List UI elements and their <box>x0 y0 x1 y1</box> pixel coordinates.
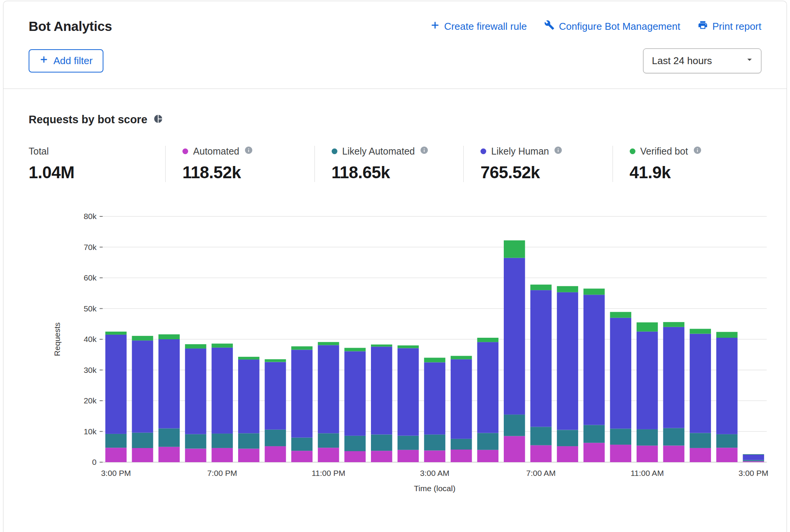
bar-segment-likely-human[interactable] <box>185 348 206 434</box>
info-icon[interactable] <box>554 146 563 157</box>
bar-segment-verified-bot[interactable] <box>716 332 738 338</box>
bar-segment-likely-automated[interactable] <box>637 429 658 446</box>
bar-segment-likely-automated[interactable] <box>398 436 419 450</box>
bar-segment-automated[interactable] <box>211 448 233 462</box>
bar-segment-automated[interactable] <box>398 450 419 462</box>
bar-segment-verified-bot[interactable] <box>610 312 631 318</box>
bar-segment-likely-human[interactable] <box>265 362 286 430</box>
bar-segment-likely-automated[interactable] <box>185 434 206 449</box>
bar-segment-likely-automated[interactable] <box>584 425 605 443</box>
bar-segment-likely-human[interactable] <box>238 360 260 433</box>
bar-segment-verified-bot[interactable] <box>371 345 392 347</box>
bar-segment-verified-bot[interactable] <box>344 348 366 351</box>
bar-segment-automated[interactable] <box>185 449 206 462</box>
bar-segment-likely-human[interactable] <box>158 339 180 429</box>
bar-segment-automated[interactable] <box>610 445 631 462</box>
bar-segment-likely-human[interactable] <box>716 338 738 434</box>
bar-segment-likely-human[interactable] <box>610 318 631 429</box>
bar-segment-likely-human[interactable] <box>477 342 498 433</box>
bar-segment-likely-automated[interactable] <box>557 430 578 447</box>
info-icon[interactable] <box>420 146 429 157</box>
bar-segment-likely-human[interactable] <box>318 345 339 433</box>
bar-segment-likely-automated[interactable] <box>105 434 127 448</box>
bar-segment-likely-human[interactable] <box>398 348 419 435</box>
bar-segment-verified-bot[interactable] <box>265 359 286 362</box>
bar-segment-verified-bot[interactable] <box>398 345 419 348</box>
bar-segment-likely-human[interactable] <box>584 295 605 425</box>
bar-segment-verified-bot[interactable] <box>584 289 605 295</box>
bar-segment-likely-human[interactable] <box>663 327 685 428</box>
bar-segment-automated[interactable] <box>451 450 472 462</box>
bar-segment-automated[interactable] <box>318 448 339 462</box>
bar-segment-likely-automated[interactable] <box>371 435 392 451</box>
bar-segment-automated[interactable] <box>743 461 764 462</box>
bar-segment-likely-automated[interactable] <box>265 430 286 447</box>
bar-segment-likely-human[interactable] <box>743 455 764 460</box>
bar-segment-verified-bot[interactable] <box>663 322 685 327</box>
configure-bot-management-link[interactable]: Configure Bot Management <box>544 20 680 33</box>
bar-segment-automated[interactable] <box>690 448 711 462</box>
info-icon[interactable] <box>693 146 702 157</box>
bar-segment-automated[interactable] <box>105 448 127 462</box>
bar-segment-automated[interactable] <box>238 449 260 462</box>
bar-segment-automated[interactable] <box>637 446 658 463</box>
bar-segment-likely-human[interactable] <box>637 332 658 429</box>
bar-segment-likely-automated[interactable] <box>424 435 445 451</box>
bar-segment-automated[interactable] <box>132 448 153 462</box>
info-icon[interactable] <box>244 146 253 157</box>
bar-segment-likely-human[interactable] <box>504 258 525 415</box>
bar-segment-likely-human[interactable] <box>371 347 392 434</box>
bar-segment-verified-bot[interactable] <box>504 240 525 258</box>
time-range-select[interactable]: Last 24 hours <box>643 48 761 73</box>
add-filter-button[interactable]: Add filter <box>29 49 103 73</box>
bar-segment-automated[interactable] <box>663 446 685 463</box>
bar-segment-verified-bot[interactable] <box>477 338 498 342</box>
bar-segment-likely-automated[interactable] <box>504 414 525 436</box>
bar-segment-verified-bot[interactable] <box>318 342 339 345</box>
bar-segment-likely-automated[interactable] <box>132 433 153 448</box>
bar-segment-verified-bot[interactable] <box>132 336 153 340</box>
bar-segment-automated[interactable] <box>158 447 180 462</box>
bar-segment-verified-bot[interactable] <box>451 356 472 360</box>
bar-segment-likely-human[interactable] <box>291 350 313 437</box>
bar-segment-likely-human[interactable] <box>211 348 233 434</box>
bar-segment-verified-bot[interactable] <box>690 329 711 334</box>
bar-segment-likely-automated[interactable] <box>743 460 764 461</box>
bar-segment-automated[interactable] <box>344 451 366 462</box>
bar-segment-automated[interactable] <box>371 451 392 462</box>
bar-segment-verified-bot[interactable] <box>637 322 658 332</box>
bar-segment-likely-automated[interactable] <box>530 427 552 445</box>
bar-segment-likely-human[interactable] <box>132 340 153 432</box>
bar-segment-likely-automated[interactable] <box>451 439 472 450</box>
bar-segment-verified-bot[interactable] <box>185 344 206 348</box>
create-firewall-rule-link[interactable]: Create firewall rule <box>430 20 527 33</box>
bar-segment-likely-automated[interactable] <box>158 429 180 447</box>
bar-segment-likely-automated[interactable] <box>690 433 711 448</box>
bar-segment-likely-human[interactable] <box>690 334 711 433</box>
bar-segment-verified-bot[interactable] <box>158 334 180 339</box>
bar-segment-likely-human[interactable] <box>530 290 552 427</box>
bar-segment-automated[interactable] <box>557 446 578 462</box>
bar-segment-likely-automated[interactable] <box>291 438 313 451</box>
bar-segment-automated[interactable] <box>716 448 738 462</box>
bar-segment-verified-bot[interactable] <box>530 285 552 290</box>
bar-segment-likely-automated[interactable] <box>238 433 260 448</box>
bar-segment-likely-human[interactable] <box>344 351 366 435</box>
bar-segment-likely-automated[interactable] <box>716 434 738 448</box>
bar-segment-verified-bot[interactable] <box>105 332 127 335</box>
bar-segment-automated[interactable] <box>530 445 552 462</box>
bar-segment-automated[interactable] <box>477 450 498 462</box>
bar-segment-likely-automated[interactable] <box>318 433 339 448</box>
bar-segment-likely-automated[interactable] <box>663 428 685 446</box>
bar-segment-likely-automated[interactable] <box>344 436 366 451</box>
bar-segment-automated[interactable] <box>584 443 605 462</box>
bar-segment-likely-automated[interactable] <box>610 429 631 445</box>
bar-segment-verified-bot[interactable] <box>557 286 578 292</box>
bar-segment-verified-bot[interactable] <box>211 343 233 348</box>
bar-segment-likely-human[interactable] <box>451 359 472 439</box>
bar-segment-likely-automated[interactable] <box>477 433 498 450</box>
bar-segment-automated[interactable] <box>424 450 445 462</box>
bar-segment-verified-bot[interactable] <box>743 454 764 455</box>
bar-segment-likely-human[interactable] <box>105 335 127 434</box>
print-report-link[interactable]: Print report <box>698 20 761 33</box>
